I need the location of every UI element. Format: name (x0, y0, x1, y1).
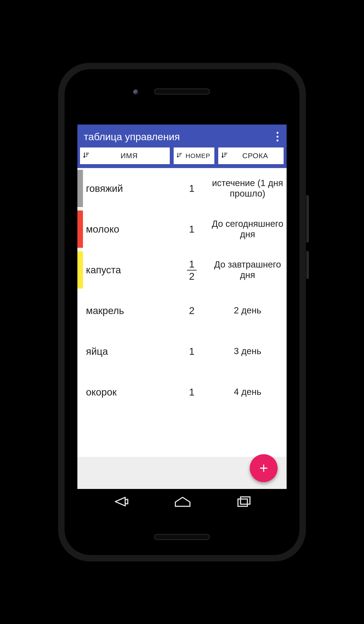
phone-frame: таблица управления ИМЯ (58, 62, 306, 562)
item-name: молоко (83, 223, 175, 235)
item-quantity: 1 (175, 223, 208, 235)
phone-bezel: таблица управления ИМЯ (65, 69, 299, 555)
svg-rect-1 (240, 497, 250, 504)
sort-by-name-button[interactable]: ИМЯ (80, 148, 170, 164)
nav-recents-button[interactable] (236, 495, 252, 508)
table-row[interactable]: молоко1До сегодняшнего дня (78, 209, 286, 250)
table-row[interactable]: макрель22 день (78, 290, 286, 331)
sort-icon (221, 151, 228, 160)
earpiece-speaker (154, 89, 210, 95)
sort-by-number-button[interactable]: НОМЕР (174, 148, 214, 164)
sort-bar: ИМЯ НОМЕР (78, 148, 286, 168)
status-marker (78, 292, 83, 329)
item-name: говяжий (83, 183, 175, 194)
table-row[interactable]: окорок14 день (78, 372, 286, 413)
item-quantity: 2 (175, 305, 208, 316)
volume-button (306, 195, 309, 242)
table-row[interactable]: яйца13 день (78, 331, 286, 372)
screen: таблица управления ИМЯ (78, 114, 286, 514)
android-nav-bar (78, 489, 286, 514)
items-list[interactable]: говяжий1истечение (1 дня прошло)молоко1Д… (78, 168, 286, 489)
svg-rect-0 (238, 499, 247, 506)
item-expiry: 4 день (208, 387, 286, 397)
status-bar (78, 114, 286, 125)
item-expiry: 3 день (208, 346, 286, 356)
status-marker (78, 210, 83, 248)
app-title: таблица управления (84, 131, 180, 143)
bottom-speaker (154, 534, 210, 540)
overflow-menu-button[interactable] (275, 130, 280, 143)
plus-icon (258, 463, 269, 474)
sort-icon (82, 151, 90, 160)
item-expiry: До завтрашнего дня (208, 259, 286, 280)
item-expiry: 2 день (208, 305, 286, 315)
app-bar: таблица управления (78, 125, 286, 148)
item-quantity: 1 (175, 386, 208, 398)
status-marker (78, 251, 83, 288)
item-expiry: До сегодняшнего дня (208, 219, 286, 239)
sort-expiry-label: СРОКА (229, 152, 281, 160)
status-marker (78, 170, 83, 207)
item-name: яйца (83, 345, 175, 357)
status-marker (78, 373, 83, 411)
table-row[interactable]: капуста12До завтрашнего дня (78, 250, 286, 290)
sort-number-label: НОМЕР (184, 152, 212, 159)
item-name: окорок (83, 386, 175, 398)
front-camera (133, 89, 139, 95)
item-name: макрель (83, 305, 175, 316)
item-quantity: 12 (175, 258, 208, 281)
nav-home-button[interactable] (173, 495, 192, 508)
power-button (306, 251, 309, 279)
item-name: капуста (83, 264, 175, 276)
item-expiry: истечение (1 дня прошло) (208, 178, 286, 199)
table-row[interactable]: говяжий1истечение (1 дня прошло) (78, 168, 286, 209)
sort-name-label: ИМЯ (91, 152, 167, 160)
status-marker (78, 333, 83, 370)
add-item-fab[interactable] (250, 454, 278, 482)
nav-back-button[interactable] (112, 495, 129, 508)
sort-by-expiry-button[interactable]: СРОКА (218, 148, 284, 164)
item-quantity: 1 (175, 345, 208, 357)
item-quantity: 1 (175, 183, 208, 194)
sort-icon (176, 152, 183, 160)
